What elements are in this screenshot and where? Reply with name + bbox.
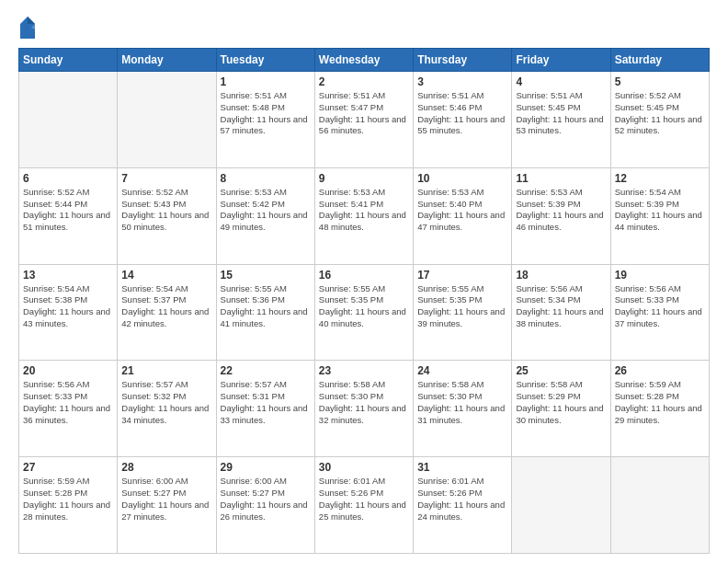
cell-info: Sunrise: 5:56 AM Sunset: 5:33 PM Dayligh… (23, 379, 113, 426)
cell-info: Sunrise: 5:52 AM Sunset: 5:43 PM Dayligh… (121, 187, 211, 234)
cell-info: Sunrise: 5:55 AM Sunset: 5:36 PM Dayligh… (221, 283, 311, 330)
cell-day-number: 5 (615, 75, 705, 88)
calendar-cell (610, 457, 709, 554)
cell-day-number: 9 (319, 172, 409, 185)
calendar-cell: 20Sunrise: 5:56 AM Sunset: 5:33 PM Dayli… (19, 361, 118, 457)
cell-info: Sunrise: 6:01 AM Sunset: 5:26 PM Dayligh… (417, 476, 507, 523)
cell-info: Sunrise: 5:57 AM Sunset: 5:31 PM Dayligh… (221, 379, 311, 426)
cell-day-number: 7 (121, 172, 211, 185)
calendar-cell: 16Sunrise: 5:55 AM Sunset: 5:35 PM Dayli… (314, 264, 413, 361)
cell-info: Sunrise: 5:59 AM Sunset: 5:28 PM Dayligh… (615, 379, 705, 426)
cell-info: Sunrise: 5:53 AM Sunset: 5:42 PM Dayligh… (221, 187, 311, 234)
cell-day-number: 21 (121, 364, 211, 377)
cell-info: Sunrise: 5:58 AM Sunset: 5:30 PM Dayligh… (417, 379, 507, 426)
cell-info: Sunrise: 5:58 AM Sunset: 5:29 PM Dayligh… (516, 379, 606, 426)
calendar-cell: 4Sunrise: 5:51 AM Sunset: 5:45 PM Daylig… (512, 72, 610, 168)
cell-day-number: 29 (221, 461, 311, 474)
svg-marker-1 (28, 17, 35, 24)
cell-info: Sunrise: 6:00 AM Sunset: 5:27 PM Dayligh… (121, 476, 211, 523)
cell-info: Sunrise: 5:58 AM Sunset: 5:30 PM Dayligh… (319, 379, 409, 426)
cell-info: Sunrise: 5:53 AM Sunset: 5:40 PM Dayligh… (417, 187, 507, 234)
calendar-cell: 19Sunrise: 5:56 AM Sunset: 5:33 PM Dayli… (610, 264, 709, 361)
header-cell: Sunday (19, 49, 118, 72)
page: SundayMondayTuesdayWednesdayThursdayFrid… (0, 0, 728, 563)
cell-day-number: 28 (121, 461, 211, 474)
calendar-cell: 9Sunrise: 5:53 AM Sunset: 5:41 PM Daylig… (314, 167, 413, 264)
header-cell: Saturday (610, 49, 709, 72)
calendar-cell: 15Sunrise: 5:55 AM Sunset: 5:36 PM Dayli… (216, 264, 314, 361)
header-cell: Wednesday (314, 49, 413, 72)
cell-info: Sunrise: 5:51 AM Sunset: 5:46 PM Dayligh… (417, 90, 507, 137)
header-cell: Friday (512, 49, 610, 72)
calendar-cell: 8Sunrise: 5:53 AM Sunset: 5:42 PM Daylig… (216, 167, 314, 264)
cell-day-number: 18 (516, 269, 606, 282)
calendar-cell: 1Sunrise: 5:51 AM Sunset: 5:48 PM Daylig… (216, 72, 314, 168)
cell-info: Sunrise: 5:54 AM Sunset: 5:38 PM Dayligh… (23, 283, 113, 330)
cell-day-number: 12 (615, 172, 705, 185)
cell-day-number: 14 (121, 269, 211, 282)
calendar-cell: 21Sunrise: 5:57 AM Sunset: 5:32 PM Dayli… (118, 361, 216, 457)
cell-info: Sunrise: 5:53 AM Sunset: 5:41 PM Dayligh… (319, 187, 409, 234)
calendar-week-row: 20Sunrise: 5:56 AM Sunset: 5:33 PM Dayli… (19, 361, 710, 457)
calendar-cell: 31Sunrise: 6:01 AM Sunset: 5:26 PM Dayli… (414, 457, 512, 554)
cell-info: Sunrise: 6:01 AM Sunset: 5:26 PM Dayligh… (319, 476, 409, 523)
cell-info: Sunrise: 5:54 AM Sunset: 5:37 PM Dayligh… (121, 283, 211, 330)
header-row: SundayMondayTuesdayWednesdayThursdayFrid… (19, 49, 710, 72)
cell-day-number: 31 (417, 461, 507, 474)
cell-day-number: 6 (23, 172, 113, 185)
cell-day-number: 24 (417, 364, 507, 377)
calendar-cell: 18Sunrise: 5:56 AM Sunset: 5:34 PM Dayli… (512, 264, 610, 361)
calendar-table: SundayMondayTuesdayWednesdayThursdayFrid… (18, 48, 710, 554)
cell-day-number: 4 (516, 75, 606, 88)
calendar-cell: 25Sunrise: 5:58 AM Sunset: 5:29 PM Dayli… (512, 361, 610, 457)
calendar-cell: 11Sunrise: 5:53 AM Sunset: 5:39 PM Dayli… (512, 167, 610, 264)
cell-info: Sunrise: 5:52 AM Sunset: 5:44 PM Dayligh… (23, 187, 113, 234)
calendar-cell (19, 72, 118, 168)
cell-day-number: 8 (221, 172, 311, 185)
cell-day-number: 11 (516, 172, 606, 185)
cell-info: Sunrise: 5:56 AM Sunset: 5:34 PM Dayligh… (516, 283, 606, 330)
calendar-week-row: 1Sunrise: 5:51 AM Sunset: 5:48 PM Daylig… (19, 72, 710, 168)
cell-day-number: 2 (319, 75, 409, 88)
calendar-cell: 29Sunrise: 6:00 AM Sunset: 5:27 PM Dayli… (216, 457, 314, 554)
cell-info: Sunrise: 5:51 AM Sunset: 5:45 PM Dayligh… (516, 90, 606, 137)
cell-day-number: 10 (417, 172, 507, 185)
cell-info: Sunrise: 5:55 AM Sunset: 5:35 PM Dayligh… (319, 283, 409, 330)
cell-day-number: 25 (516, 364, 606, 377)
calendar-cell: 7Sunrise: 5:52 AM Sunset: 5:43 PM Daylig… (118, 167, 216, 264)
cell-day-number: 23 (319, 364, 409, 377)
cell-info: Sunrise: 5:51 AM Sunset: 5:47 PM Dayligh… (319, 90, 409, 137)
calendar-week-row: 6Sunrise: 5:52 AM Sunset: 5:44 PM Daylig… (19, 167, 710, 264)
cell-day-number: 20 (23, 364, 113, 377)
calendar-week-row: 27Sunrise: 5:59 AM Sunset: 5:28 PM Dayli… (19, 457, 710, 554)
calendar-cell (512, 457, 610, 554)
cell-info: Sunrise: 5:56 AM Sunset: 5:33 PM Dayligh… (615, 283, 705, 330)
cell-day-number: 30 (319, 461, 409, 474)
calendar-body: 1Sunrise: 5:51 AM Sunset: 5:48 PM Daylig… (19, 72, 710, 554)
cell-info: Sunrise: 5:57 AM Sunset: 5:32 PM Dayligh… (121, 379, 211, 426)
cell-info: Sunrise: 5:52 AM Sunset: 5:45 PM Dayligh… (615, 90, 705, 137)
header-cell: Tuesday (216, 49, 314, 72)
cell-info: Sunrise: 5:54 AM Sunset: 5:39 PM Dayligh… (615, 187, 705, 234)
cell-info: Sunrise: 5:53 AM Sunset: 5:39 PM Dayligh… (516, 187, 606, 234)
calendar-cell: 3Sunrise: 5:51 AM Sunset: 5:46 PM Daylig… (414, 72, 512, 168)
calendar-cell: 13Sunrise: 5:54 AM Sunset: 5:38 PM Dayli… (19, 264, 118, 361)
cell-info: Sunrise: 6:00 AM Sunset: 5:27 PM Dayligh… (221, 476, 311, 523)
cell-info: Sunrise: 5:55 AM Sunset: 5:35 PM Dayligh… (417, 283, 507, 330)
calendar-cell (118, 72, 216, 168)
cell-day-number: 19 (615, 269, 705, 282)
cell-day-number: 1 (221, 75, 311, 88)
calendar-cell: 17Sunrise: 5:55 AM Sunset: 5:35 PM Dayli… (414, 264, 512, 361)
calendar-cell: 27Sunrise: 5:59 AM Sunset: 5:28 PM Dayli… (19, 457, 118, 554)
logo (18, 15, 40, 40)
cell-day-number: 15 (221, 269, 311, 282)
calendar-cell: 26Sunrise: 5:59 AM Sunset: 5:28 PM Dayli… (610, 361, 709, 457)
cell-day-number: 3 (417, 75, 507, 88)
calendar-cell: 30Sunrise: 6:01 AM Sunset: 5:26 PM Dayli… (314, 457, 413, 554)
calendar-cell: 24Sunrise: 5:58 AM Sunset: 5:30 PM Dayli… (414, 361, 512, 457)
calendar-cell: 28Sunrise: 6:00 AM Sunset: 5:27 PM Dayli… (118, 457, 216, 554)
cell-day-number: 22 (221, 364, 311, 377)
calendar-cell: 2Sunrise: 5:51 AM Sunset: 5:47 PM Daylig… (314, 72, 413, 168)
header-cell: Monday (118, 49, 216, 72)
cell-day-number: 27 (23, 461, 113, 474)
